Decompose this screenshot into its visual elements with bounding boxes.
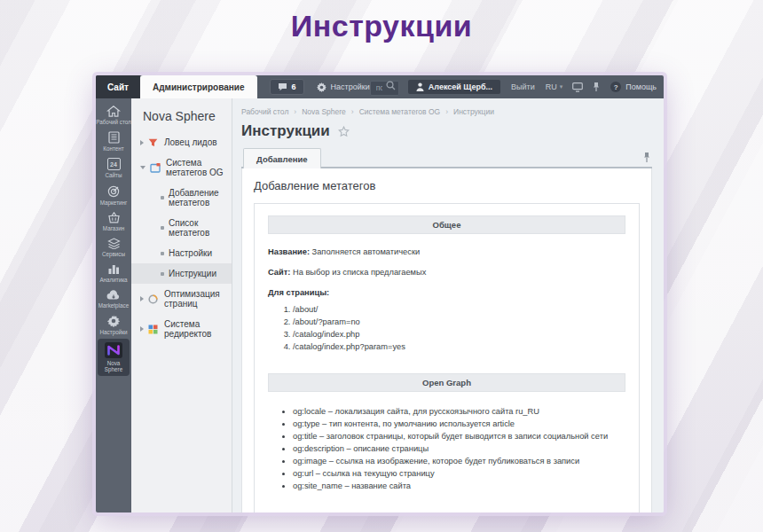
cloud-download-icon bbox=[106, 290, 121, 301]
language-selector[interactable]: RU ▾ bbox=[546, 82, 563, 91]
help-button[interactable]: ? Помощь bbox=[610, 82, 657, 92]
tree-item-lead-catcher[interactable]: Ловец лидов bbox=[131, 132, 232, 153]
top-bar: Сайт Администрирование 6 Настройки Алекс… bbox=[96, 75, 664, 98]
module-menu: Nova Sphere Ловец лидов Система метатего… bbox=[131, 98, 232, 512]
site-row: Сайт: На выбор из списка предлагаемых bbox=[268, 267, 625, 278]
tree-label: Оптимизация страниц bbox=[164, 289, 228, 309]
form-tab-row: Добавление bbox=[241, 148, 652, 168]
icon-rail: Рабочий стол Контент 24 Сайты Маркетинг … bbox=[96, 98, 131, 512]
name-label: Название: bbox=[268, 247, 310, 256]
site-label: Сайт: bbox=[268, 268, 290, 277]
og-tag: og:type – тип контента, по умолчанию исп… bbox=[293, 419, 625, 431]
sidebar-item-content[interactable]: Контент bbox=[96, 128, 131, 154]
tree-sub-instructions[interactable]: Инструкции bbox=[131, 263, 232, 284]
og-tag: og:url – ссылка на текущую страницу bbox=[293, 468, 625, 481]
tree-item-page-optimization[interactable]: Оптимизация страниц bbox=[131, 284, 232, 314]
sidebar-item-marketing[interactable]: Маркетинг bbox=[96, 182, 131, 208]
pages-label: Для страницы: bbox=[268, 288, 329, 297]
tab-administration[interactable]: Администрирование bbox=[140, 75, 257, 98]
favorite-star-icon[interactable] bbox=[338, 126, 350, 137]
user-menu[interactable]: Алексей Щерб... bbox=[408, 80, 500, 94]
caret-right-icon bbox=[140, 140, 144, 145]
pages-label-row: Для страницы: bbox=[268, 287, 625, 298]
home-icon bbox=[106, 106, 121, 117]
page-example: /about/ bbox=[293, 304, 625, 317]
breadcrumb-item[interactable]: Nova Sphere bbox=[302, 107, 346, 116]
chevron-down-icon: ▾ bbox=[560, 83, 563, 90]
person-icon bbox=[416, 82, 424, 91]
tab-addition[interactable]: Добавление bbox=[243, 148, 321, 168]
rail-label: Marketplace bbox=[98, 302, 129, 309]
settings-label: Настройки bbox=[331, 82, 370, 91]
og-tag: og:image – ссылка на изображение, которо… bbox=[293, 456, 625, 468]
tab-site[interactable]: Сайт bbox=[96, 75, 140, 98]
rail-label: Маркетинг bbox=[100, 200, 128, 206]
breadcrumb-separator: › bbox=[294, 107, 296, 116]
breadcrumb-item[interactable]: Инструкции bbox=[453, 107, 494, 116]
page-example: /about/?param=no bbox=[293, 317, 625, 329]
search-icon[interactable] bbox=[386, 81, 396, 90]
og-tag: og:locale – локализация сайта, для русск… bbox=[293, 406, 625, 419]
bullet-icon bbox=[161, 196, 164, 200]
tree-sub-list-metatags[interactable]: Список метатегов bbox=[131, 213, 232, 243]
site-text: На выбор из списка предлагаемых bbox=[290, 268, 426, 277]
tree-label: Система метатегов OG bbox=[166, 158, 228, 177]
tree-label: Список метатегов bbox=[169, 218, 228, 238]
tree-sub-add-metatags[interactable]: Добавление метатегов bbox=[131, 183, 232, 213]
instructions-panel: Добавление метатегов Общее Название: Зап… bbox=[241, 168, 652, 512]
gear-icon bbox=[317, 82, 326, 92]
pages-list: /about/ /about/?param=no /catalog/index.… bbox=[282, 304, 625, 354]
logout-link[interactable]: Выйти bbox=[511, 82, 535, 91]
tree-label: Инструкции bbox=[169, 269, 216, 278]
tree-label: Добавление метатегов bbox=[169, 188, 228, 207]
display-settings-icon[interactable] bbox=[572, 82, 583, 92]
optimization-icon bbox=[148, 294, 160, 304]
sidebar-item-nova-sphere[interactable]: Nova Sphere bbox=[98, 339, 130, 375]
sidebar-item-analytics[interactable]: Аналитика bbox=[96, 260, 131, 286]
page-example: /catalog/index.php bbox=[293, 329, 625, 341]
sidebar-item-workspace[interactable]: Рабочий стол bbox=[96, 102, 131, 128]
tree-item-og-system[interactable]: Система метатегов OG bbox=[131, 153, 232, 183]
nova-sphere-logo-icon bbox=[105, 342, 122, 358]
bullet-icon bbox=[161, 226, 164, 230]
tree-label: Настройки bbox=[169, 248, 212, 258]
breadcrumb-item[interactable]: Система метатегов OG bbox=[359, 107, 441, 116]
basket-icon bbox=[107, 212, 121, 223]
pin-icon[interactable] bbox=[643, 152, 650, 163]
breadcrumb-item[interactable]: Рабочий стол bbox=[241, 107, 288, 116]
sidebar-item-shop[interactable]: Магазин bbox=[96, 208, 131, 234]
notifications-button[interactable]: 6 bbox=[270, 79, 304, 95]
caret-right-icon bbox=[140, 296, 144, 301]
layers-icon bbox=[107, 238, 121, 249]
caret-right-icon bbox=[140, 326, 144, 332]
settings-button[interactable]: Настройки bbox=[317, 82, 370, 92]
bar-chart-icon bbox=[107, 263, 120, 275]
sidebar-item-settings[interactable]: Настройки bbox=[96, 311, 131, 338]
redirects-icon bbox=[148, 325, 160, 334]
tree-sub-settings[interactable]: Настройки bbox=[131, 243, 232, 263]
main-content: Рабочий стол › Nova Sphere › Система мет… bbox=[232, 98, 664, 512]
name-text: Заполняется автоматически bbox=[310, 247, 420, 256]
sites-24-icon: 24 bbox=[107, 158, 121, 170]
pin-topbar-icon[interactable] bbox=[593, 82, 600, 92]
notification-bubble-icon bbox=[278, 82, 287, 91]
search-box bbox=[370, 78, 399, 96]
rail-label: Сервисы bbox=[102, 251, 125, 257]
help-label: Помощь bbox=[625, 82, 657, 91]
sidebar-item-marketplace[interactable]: Marketplace bbox=[96, 286, 131, 311]
og-tags-list: og:locale – локализация сайта, для русск… bbox=[282, 406, 625, 493]
rail-label: Рабочий стол bbox=[96, 119, 131, 125]
tree-item-redirect-system[interactable]: Система редиректов bbox=[131, 314, 232, 344]
og-tag: og:description – описание страницы bbox=[293, 443, 625, 456]
page-title: Инструкции bbox=[0, 9, 763, 43]
window-body: Рабочий стол Контент 24 Сайты Маркетинг … bbox=[96, 98, 664, 512]
rail-label: Nova Sphere bbox=[98, 360, 130, 372]
metatags-icon bbox=[150, 163, 161, 173]
tree-label: Система редиректов bbox=[164, 319, 228, 339]
breadcrumb-separator: › bbox=[445, 107, 448, 116]
sidebar-item-sites[interactable]: 24 Сайты bbox=[96, 154, 131, 181]
notifications-count: 6 bbox=[292, 82, 296, 91]
admin-window: Сайт Администрирование 6 Настройки Алекс… bbox=[96, 75, 664, 512]
instructions-form: Общее Название: Заполняется автоматическ… bbox=[254, 203, 640, 512]
sidebar-item-services[interactable]: Сервисы bbox=[96, 234, 131, 260]
